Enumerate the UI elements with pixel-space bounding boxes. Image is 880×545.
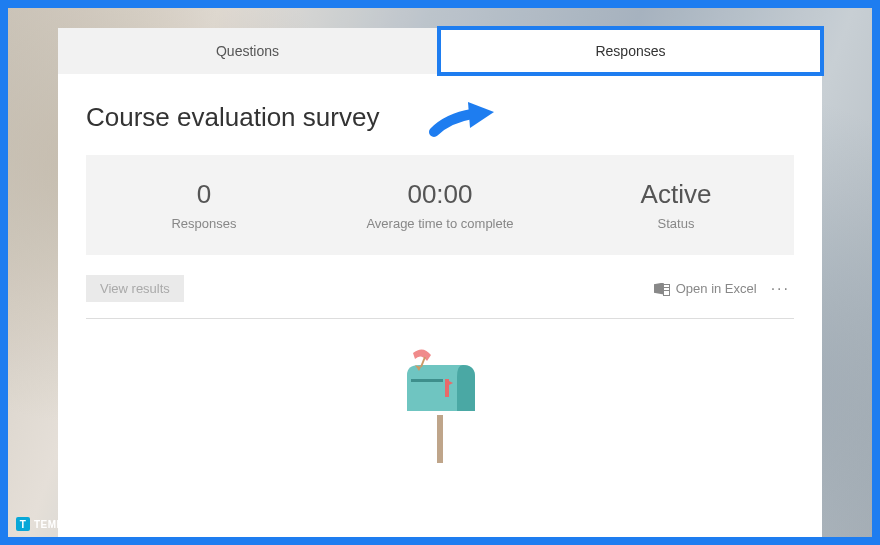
tab-responses[interactable]: Responses	[437, 26, 824, 76]
watermark-logo-icon: T	[16, 517, 30, 531]
svg-rect-1	[411, 379, 443, 382]
mailbox-icon	[385, 345, 495, 465]
stat-avgtime: 00:00 Average time to complete	[322, 179, 558, 231]
stat-avgtime-value: 00:00	[322, 179, 558, 210]
tabs-bar: Questions Responses	[58, 28, 822, 74]
svg-rect-0	[437, 415, 443, 463]
more-options-button[interactable]: ···	[767, 280, 794, 298]
stat-responses-label: Responses	[86, 216, 322, 231]
view-results-button[interactable]: View results	[86, 275, 184, 302]
watermark-text: TEMPLATE.NET	[34, 519, 116, 530]
stat-status-value: Active	[558, 179, 794, 210]
stat-responses: 0 Responses	[86, 179, 322, 231]
stats-panel: 0 Responses 00:00 Average time to comple…	[86, 155, 794, 255]
results-toolbar: View results Open in Excel ···	[86, 275, 794, 319]
stat-responses-value: 0	[86, 179, 322, 210]
stat-status-label: Status	[558, 216, 794, 231]
stat-avgtime-label: Average time to complete	[322, 216, 558, 231]
form-card: Questions Responses Course evaluation su…	[58, 28, 822, 537]
open-in-excel-button[interactable]: Open in Excel	[654, 281, 757, 296]
open-in-excel-label: Open in Excel	[676, 281, 757, 296]
excel-icon	[654, 282, 670, 296]
frame-border: Questions Responses Course evaluation su…	[0, 0, 880, 545]
tab-questions[interactable]: Questions	[58, 28, 437, 74]
empty-state-illustration	[86, 319, 794, 469]
watermark: T TEMPLATE.NET	[16, 517, 116, 531]
tab-responses-label: Responses	[595, 43, 665, 59]
stat-status: Active Status	[558, 179, 794, 231]
annotation-arrow-icon	[428, 98, 498, 138]
